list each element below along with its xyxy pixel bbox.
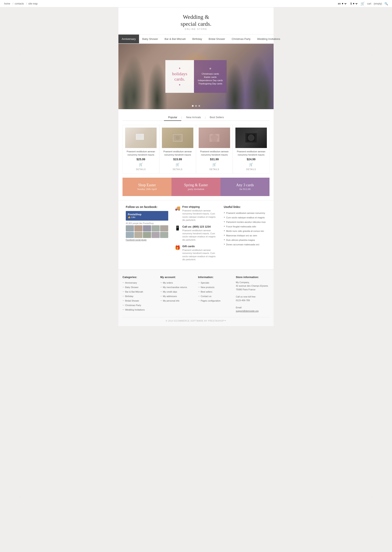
useful-link-8: Donec accumsan malesuada orci	[224, 242, 266, 246]
language-select[interactable]: en ▼	[337, 2, 347, 5]
product-card-4: Praesent vestibulum aenean nonummy hendr…	[233, 125, 269, 174]
promo-banner-2[interactable]: Spring & Easter party invitation	[171, 178, 221, 196]
hero-link-1[interactable]: Christmass cards	[198, 73, 223, 75]
footer-cat-bar-bat: Bar & Bat Mitzvah	[123, 290, 156, 293]
footer-info-contact: Contact us	[198, 294, 232, 298]
product-card-2: Praesent vestibulum aenean nonummy hendr…	[159, 125, 196, 174]
useful-links-list: Praesent vestibulum aenean nonummy Cum s…	[224, 211, 266, 246]
facebook-plugin-link[interactable]: Facebook social plugin	[126, 239, 168, 241]
product-card-3: Praesent vestibulum aenean nonummy hendr…	[196, 125, 233, 174]
footer-categories-title: Categories:	[123, 276, 156, 279]
service-phone-title: Call us: (800) 123 1234	[182, 225, 217, 228]
footer-acc-credit: My credit slips	[160, 290, 194, 293]
product-details-link-1[interactable]: DETAILS	[136, 168, 146, 171]
tab-popular[interactable]: Popular	[164, 114, 181, 121]
promo-banner-1[interactable]: Shop Easter Sunday 20th April	[123, 178, 171, 196]
footer-info-new-products: New products	[198, 285, 232, 289]
footer-information-list: Specials New products Best sellers Conta…	[198, 281, 232, 302]
hero-link-4[interactable]: Thanksgiving Day cards	[198, 82, 223, 85]
footer-store-info: My Company, 42 avenue des Champs Elysees…	[236, 281, 269, 313]
fb-avatar-2	[134, 225, 142, 232]
search-button[interactable]: 🔍	[385, 2, 388, 5]
product-cart-button-4[interactable]: 🛒	[249, 163, 253, 167]
currency-select[interactable]: $ ▼	[350, 2, 358, 5]
nav-wedding-invitations[interactable]: Wedding Invitations	[254, 35, 283, 43]
logo-area: Wedding & special cards. ONLINE STORE	[119, 7, 273, 35]
useful-link-1: Praesent vestibulum aenean nonummy	[224, 211, 266, 215]
hero-link-3[interactable]: Independence Day cards	[198, 79, 223, 82]
footer-categories-list: Anniversary Baby Shower Bar & Bat Mitzva…	[123, 281, 156, 311]
hero-cards: ✦ holidays cards. ✦ ❋ Christmass cards E…	[165, 60, 227, 93]
footer-information-title: Information:	[198, 276, 232, 279]
nav-birthday[interactable]: Birthday	[189, 35, 205, 43]
useful-link-7: Duis ultrices pharetra magna	[224, 238, 266, 242]
product-details-link-2[interactable]: DETAILS	[173, 168, 182, 171]
fb-avatar-3	[143, 225, 151, 232]
useful-link-2: Cum sociis natoque enaibus et magnis	[224, 216, 266, 219]
product-cart-button-3[interactable]: 🛒	[212, 163, 217, 167]
slider-dot-2[interactable]	[195, 105, 197, 107]
footer-copyright: © 2014 ECOMMERCE SOFTWARE BY PRESTASHOP™	[123, 317, 269, 322]
info-section: Follow us on facebook: PrestaShop 👍 Like…	[119, 200, 273, 270]
hero-ornament-right: ❋	[209, 67, 211, 70]
hero-link-2[interactable]: Easter cards	[198, 76, 223, 78]
product-price-3: $31.99	[199, 158, 230, 161]
cart-label: cart	[367, 2, 371, 5]
facebook-widget: PrestaShop 👍 Like	[126, 211, 168, 221]
promo-banners: Shop Easter Sunday 20th April Spring & E…	[123, 178, 269, 196]
nav-sitemap[interactable]: site map	[28, 2, 38, 5]
slider-dot-3[interactable]	[198, 105, 200, 107]
service-shipping-text: Praesent vestibulum aenean nonummy hendr…	[182, 209, 217, 222]
promo-banner-3[interactable]: Any 3 cards for $12.00	[221, 178, 269, 196]
product-details-link-3[interactable]: DETAILS	[210, 168, 219, 171]
useful-link-4: Fusce feugiat malesuada odio	[224, 225, 266, 228]
facebook-like-btn[interactable]: 👍 Like	[128, 216, 166, 218]
footer-cat-anniversary: Anniversary	[123, 281, 156, 284]
facebook-page-name[interactable]: PrestaShop	[128, 213, 166, 216]
footer-acc-personal: My personal info	[160, 299, 194, 302]
fb-avatar-1	[126, 225, 134, 232]
product-cart-button-1[interactable]: 🛒	[139, 163, 143, 167]
fb-avatar-8	[143, 232, 151, 238]
footer-grid: Categories: Anniversary Baby Shower Bar …	[123, 276, 269, 313]
nav-anniversary[interactable]: Anniversary	[119, 35, 139, 43]
service-gift-title: Gift cards	[182, 245, 217, 248]
services-column: 🚚 Free shipping Praesent vestibulum aene…	[171, 205, 221, 265]
logo-subtitle: ONLINE STORE	[123, 28, 269, 30]
footer-store-title: Store information:	[236, 276, 269, 279]
svg-rect-1	[136, 134, 143, 139]
hero-card-purple: ❋ Christmass cards Easter cards Independ…	[194, 60, 227, 93]
slider-dot-1[interactable]	[192, 105, 194, 107]
nav-baby-shower[interactable]: Baby Shower	[139, 35, 161, 43]
footer-acc-returns: My merchandise returns	[160, 285, 194, 289]
service-gift-text: Praesent vestibulum aenean nonummy hendr…	[182, 249, 217, 261]
product-cart-button-2[interactable]: 🛒	[175, 163, 180, 167]
gift-icon: 🎁	[175, 245, 180, 250]
product-name-3: Praesent vestibulum aenean nonummy hendr…	[199, 150, 230, 156]
breadcrumb-nav: home / contacts / site map	[4, 2, 38, 5]
nav-bridal-shower[interactable]: Bridal Shower	[205, 35, 228, 43]
product-details-link-4[interactable]: DETAILS	[246, 168, 256, 171]
product-card-1: Praesent vestibulum aenean nonummy hendr…	[123, 125, 159, 174]
footer-account: My account: My orders My merchandise ret…	[160, 276, 194, 313]
promo-subtitle-2: party invitation	[184, 188, 208, 191]
nav-contacts[interactable]: contacts	[15, 2, 24, 5]
fb-avatar-9	[152, 232, 160, 238]
facebook-fan-count: 45,902 people like PrestaShop.	[126, 222, 168, 225]
useful-link-3: Parturient montes ascetur ridiculus mus	[224, 220, 266, 224]
tab-best-sellers[interactable]: Best Sellers	[206, 114, 228, 121]
promo-title-1: Shop Easter	[137, 183, 157, 188]
product-image-2	[162, 128, 193, 148]
nav-christmas-party[interactable]: Christmas Party	[228, 35, 254, 43]
useful-links-column: Useful links: Praesent vestibulum aenean…	[221, 205, 269, 265]
service-phone-text: Praesent vestibulum aenean nonummy hendr…	[182, 229, 217, 242]
store-email-link[interactable]: support@demosite.org	[236, 310, 259, 312]
hero-background: ✦ holidays cards. ✦ ❋ Christmass cards E…	[119, 44, 273, 109]
tab-new-arrivals[interactable]: New Arrivals	[182, 114, 205, 121]
nav-bar-bat-mitzvah[interactable]: Bar & Bat Mitzvah	[161, 35, 189, 43]
svg-line-2	[141, 133, 144, 134]
footer-cat-birthday: Birthday	[123, 294, 156, 298]
product-image-4	[235, 128, 267, 148]
nav-home[interactable]: home	[4, 2, 10, 5]
footer-cat-christmas: Christmas Party	[123, 303, 156, 307]
